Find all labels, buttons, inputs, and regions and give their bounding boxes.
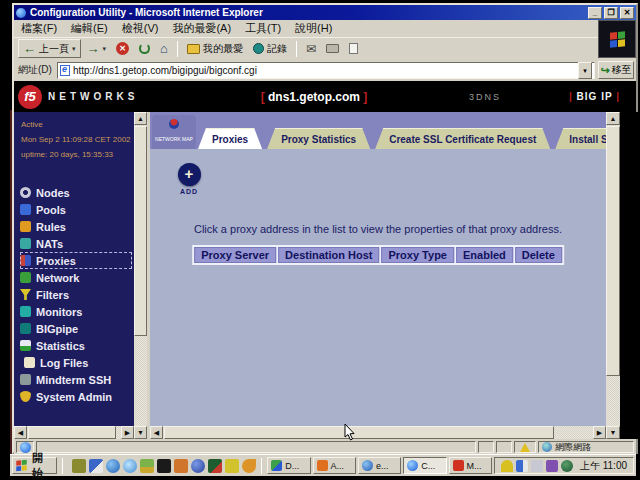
quicklaunch-icon-7[interactable] — [174, 459, 188, 473]
browser-window: Configuration Utility - Microsoft Intern… — [12, 3, 638, 454]
sidebar-item-bigpipe[interactable]: BIGpipe — [20, 320, 132, 337]
main-hscrollbar[interactable]: ◀ ▶ — [150, 426, 606, 439]
taskbar-window-1[interactable]: D... — [267, 457, 310, 474]
forward-dropdown-icon[interactable]: ▾ — [103, 45, 107, 53]
scroll-left-icon[interactable]: ◀ — [150, 426, 163, 439]
monitors-icon — [20, 306, 31, 317]
scroll-right-icon[interactable]: ▶ — [593, 426, 606, 439]
pools-icon — [20, 204, 31, 215]
scroll-down-icon[interactable]: ▼ — [134, 426, 147, 439]
tab-proxy-statistics[interactable]: Proxy Statistics — [267, 128, 370, 149]
maximize-button[interactable]: ❐ — [604, 7, 618, 19]
sidebar-hscroll-thumb[interactable] — [28, 426, 116, 439]
close-button[interactable]: ✕ — [620, 7, 634, 19]
sidebar-item-label: Nodes — [36, 187, 70, 199]
quicklaunch-icon-1[interactable] — [72, 459, 86, 473]
scroll-up-icon[interactable]: ▲ — [134, 112, 147, 125]
taskbar-window-5[interactable]: M... — [449, 457, 492, 474]
tab-create-ssl-certificate-request[interactable]: Create SSL Certificate Request — [375, 128, 550, 149]
print-button[interactable] — [322, 39, 343, 58]
refresh-button[interactable] — [135, 39, 154, 58]
tray-icon-4[interactable] — [546, 460, 558, 472]
main-hscroll-thumb[interactable] — [164, 426, 554, 439]
scroll-left-icon[interactable]: ◀ — [14, 426, 27, 439]
proxies-page: + ADD Click a proxy address in the list … — [150, 149, 606, 426]
quicklaunch-icon-2[interactable] — [89, 459, 103, 473]
sidebar-hscrollbar[interactable]: ◀ ▶ — [14, 426, 134, 439]
tray-icon-5[interactable] — [561, 460, 573, 472]
sidebar-item-monitors[interactable]: Monitors — [20, 303, 132, 320]
rules-icon — [20, 221, 31, 232]
main-vscroll-thumb[interactable] — [606, 126, 620, 376]
network-map-tab[interactable]: NETWORK MAP — [152, 115, 196, 149]
menu-view[interactable]: 檢視(V) — [115, 20, 166, 37]
tray-icon-2[interactable] — [516, 460, 528, 472]
banner-3dns[interactable]: 3DNS — [469, 92, 501, 102]
quicklaunch-icon-8[interactable] — [191, 459, 205, 473]
title-bar[interactable]: Configuration Utility - Microsoft Intern… — [14, 5, 636, 20]
sidebar-item-rules[interactable]: Rules — [20, 218, 132, 235]
back-button[interactable]: ← 上一頁 ▾ — [18, 39, 81, 58]
forward-button[interactable]: → ▾ — [83, 39, 111, 58]
sidebar-item-mindterm-ssh[interactable]: Mindterm SSH — [20, 371, 132, 388]
sidebar-item-system-admin[interactable]: System Admin — [20, 388, 132, 405]
banner-bigip[interactable]: | BIG IP | — [569, 91, 620, 102]
menu-file[interactable]: 檔案(F) — [14, 20, 64, 37]
add-button[interactable]: + — [178, 163, 201, 186]
menu-edit[interactable]: 編輯(E) — [64, 20, 115, 37]
sidebar-item-nats[interactable]: NATs — [20, 235, 132, 252]
address-dropdown-icon[interactable]: ▾ — [578, 62, 592, 79]
col-proxy-server[interactable]: Proxy Server — [194, 247, 276, 263]
minimize-button[interactable]: _ — [588, 7, 602, 19]
mail-button[interactable]: ✉ — [302, 39, 320, 58]
start-button[interactable]: 開始 — [12, 457, 57, 474]
sidebar-vscrollbar[interactable]: ▲ ▼ — [134, 112, 147, 439]
add-label: ADD — [172, 188, 206, 195]
sidebar-item-statistics[interactable]: Statistics — [20, 337, 132, 354]
scroll-down-icon[interactable]: ▼ — [606, 426, 620, 439]
stop-button[interactable]: ✕ — [112, 39, 133, 58]
taskbar-window-3[interactable]: e... — [358, 457, 401, 474]
quicklaunch-icon-5[interactable] — [140, 459, 154, 473]
sidebar-item-nodes[interactable]: Nodes — [20, 184, 132, 201]
back-dropdown-icon[interactable]: ▾ — [72, 45, 76, 53]
tray-icon-3[interactable] — [531, 460, 543, 472]
quicklaunch-icon-3[interactable] — [106, 459, 120, 473]
sidebar-vscroll-thumb[interactable] — [134, 126, 147, 336]
address-input[interactable]: http://dns1.getop.com/bigipgui/bigconf.c… — [57, 62, 595, 79]
sidebar-item-log-files[interactable]: Log Files — [20, 354, 132, 371]
sidebar-item-proxies[interactable]: Proxies — [20, 252, 132, 269]
quicklaunch-icon-4[interactable] — [123, 459, 137, 473]
home-button[interactable]: ⌂ — [156, 39, 172, 58]
edit-button[interactable] — [345, 39, 362, 58]
col-destination-host[interactable]: Destination Host — [278, 247, 379, 263]
menu-help[interactable]: 說明(H) — [288, 20, 339, 37]
menu-tools[interactable]: 工具(T) — [238, 20, 288, 37]
quicklaunch-icon-9[interactable] — [208, 459, 222, 473]
tray-icon-1[interactable] — [501, 460, 513, 472]
quicklaunch-icon-10[interactable] — [225, 459, 239, 473]
col-enabled[interactable]: Enabled — [456, 247, 513, 263]
favorites-button[interactable]: 我的最愛 — [183, 39, 247, 58]
taskbar-window-4-active[interactable]: C... — [403, 457, 446, 474]
tab-install-ssl-certificate[interactable]: Install SSL Certif — [555, 128, 606, 149]
address-label: 網址(D) — [16, 63, 54, 77]
go-button[interactable]: ↪ 移至 — [598, 61, 634, 79]
quicklaunch-icon-6[interactable] — [157, 459, 171, 473]
sidebar-item-network[interactable]: Network — [20, 269, 132, 286]
col-delete[interactable]: Delete — [515, 247, 562, 263]
taskbar-clock[interactable]: 上午 11:00 — [580, 459, 627, 473]
history-button[interactable]: 記錄 — [249, 39, 291, 58]
sidebar-item-pools[interactable]: Pools — [20, 201, 132, 218]
scroll-up-icon[interactable]: ▲ — [606, 112, 620, 125]
tab-proxies[interactable]: Proxies — [198, 128, 262, 149]
sidebar-item-filters[interactable]: Filters — [20, 286, 132, 303]
quicklaunch-icon-11[interactable] — [242, 459, 256, 473]
taskbar-window-2[interactable]: A... — [313, 457, 356, 474]
col-proxy-type[interactable]: Proxy Type — [381, 247, 454, 263]
status-bar: 網際網路 — [14, 439, 636, 455]
menu-favorites[interactable]: 我的最愛(A) — [165, 20, 238, 37]
main-vscrollbar[interactable]: ▲ ▼ — [606, 112, 620, 439]
scroll-right-icon[interactable]: ▶ — [121, 426, 134, 439]
statusbar-alert-pane — [514, 441, 536, 453]
